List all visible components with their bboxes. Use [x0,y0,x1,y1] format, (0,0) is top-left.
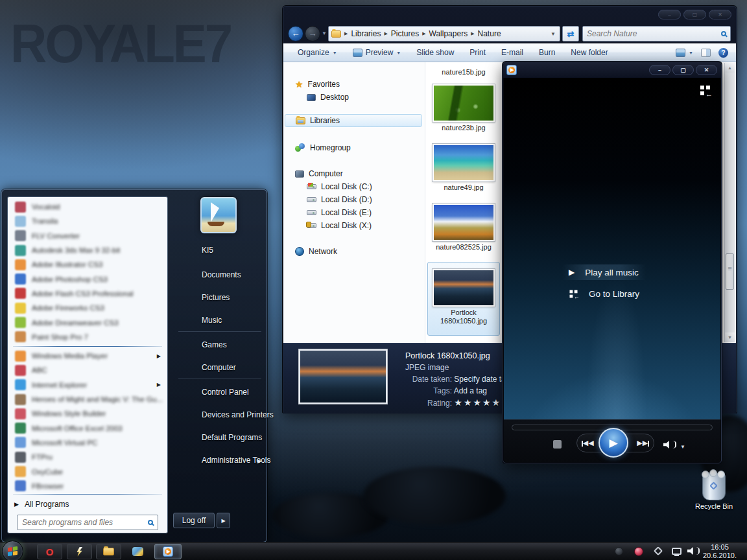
start-devices-printers[interactable]: Devices and Printers [202,410,274,422]
vertical-scrollbar[interactable]: ▲ ▼ [724,63,735,342]
log-off-options-button[interactable]: ▶ [217,513,230,528]
start-program-item[interactable]: Microsoft Office Excel 2003 [9,421,166,435]
tray-security-icon[interactable] [634,547,643,556]
minimize-button[interactable]: – [649,65,670,75]
scrollbar-thumb[interactable] [726,253,734,290]
nav-network[interactable]: Network [295,245,337,258]
close-button[interactable]: ✕ [696,65,717,75]
start-program-item[interactable]: Windows Media Player▶ [9,349,166,363]
start-program-item[interactable]: Adobe Flash CS3 Professional [9,286,166,301]
all-programs-button[interactable]: ▶ All Programs [14,497,69,511]
start-program-item[interactable]: Adobe Illustrator CS3 [9,257,166,272]
nav-favorites[interactable]: ★ Favorites [295,78,340,91]
stop-button[interactable] [553,440,562,449]
scroll-up-icon[interactable]: ▲ [725,63,735,73]
tray-hidden-icon[interactable] [615,547,623,555]
play-all-music-item[interactable]: ▶ Play all music [562,264,646,280]
start-program-item[interactable]: FLV Converter [9,229,166,243]
tags-value[interactable]: Add a tag [454,386,487,395]
print-button[interactable]: Print [469,48,486,57]
file-portlock-selected[interactable]: Portlock 1680x1050.jpg [427,262,500,336]
file-nature49[interactable]: nature49.jpg [427,144,500,192]
slide-show-button[interactable]: Slide show [416,48,454,57]
email-button[interactable]: E-mail [501,48,523,57]
start-search-input[interactable] [22,518,148,527]
start-program-item[interactable]: OxyCube [9,464,166,478]
start-program-item[interactable]: Adobe Dreamweaver CS3 [9,315,166,329]
start-program-item[interactable]: Adobe Fireworks CS3 [9,301,166,315]
start-program-item[interactable]: Heroes of Might and Magic V: The Gu... [9,392,166,406]
refresh-button[interactable]: ⇄ [562,26,579,41]
start-control-panel[interactable]: Control Panel [202,388,249,399]
date-taken-value[interactable]: Specify date ta [454,375,505,384]
nav-disk-d[interactable]: Local Disk (D:) [307,193,372,206]
start-pictures[interactable]: Pictures [202,293,230,305]
play-button[interactable]: ▶ [599,428,628,458]
new-folder-button[interactable]: New folder [571,48,608,57]
tray-network-icon[interactable] [672,548,682,555]
forward-button[interactable]: → [305,26,320,41]
next-button[interactable]: ▶▶ [637,439,649,447]
volume-dropdown-icon[interactable]: ▼ [680,444,685,450]
start-button[interactable] [2,541,23,560]
scroll-down-icon[interactable]: ▼ [725,332,735,342]
breadcrumb-nature[interactable]: Nature [478,29,501,38]
search-input[interactable] [587,29,721,38]
nav-desktop[interactable]: Desktop [307,91,349,104]
taskbar-wmp-button[interactable]: ▶ [154,544,182,559]
start-games[interactable]: Games [202,340,227,352]
burn-button[interactable]: Burn [539,48,555,57]
start-program-item[interactable]: Internet Explorer▶ [9,378,166,392]
nav-computer[interactable]: Computer [295,167,343,180]
organize-button[interactable]: Organize▼ [298,48,337,57]
views-button[interactable]: ▼ [676,49,693,57]
switch-to-library-icon[interactable]: ← [700,86,710,95]
volume-button[interactable] [663,441,676,449]
start-program-item[interactable]: Adobe Photoshop CS3 [9,272,166,286]
nav-libraries[interactable]: Libraries [285,114,422,127]
start-music[interactable]: Music [202,316,222,327]
tray-diamond-icon[interactable] [654,546,663,555]
nav-disk-e[interactable]: Local Disk (E:) [307,206,372,219]
nav-disk-c[interactable]: Local Disk (C:) [307,180,372,193]
start-program-item[interactable]: Transila [9,214,166,228]
start-program-item[interactable]: Windows Style Builder [9,406,166,421]
close-button[interactable]: ✕ [709,10,731,19]
previous-button[interactable]: ◀◀ [582,439,594,447]
taskbar-clock[interactable]: 16:05 20.6.2010. [696,543,743,560]
start-program-item[interactable]: Paint Shop Pro 7 [9,330,166,344]
preview-button[interactable]: Preview▼ [353,48,401,57]
breadcrumb-pictures[interactable]: Pictures [391,29,419,38]
start-search-box[interactable] [17,515,158,530]
recent-pages-chevron-icon[interactable]: ▼ [322,30,327,36]
search-box[interactable] [582,26,731,41]
log-off-button[interactable]: Log off [173,513,215,528]
user-avatar[interactable] [200,197,237,233]
minimize-button[interactable]: – [658,10,681,19]
recycle-bin[interactable]: Recycle Bin [693,473,735,510]
nav-disk-x[interactable]: Local Disk (X:) [307,219,372,232]
taskbar-winamp-button[interactable] [67,544,92,559]
file-nature23b[interactable]: nature23b.jpg [427,84,500,132]
taskbar-game-button[interactable] [125,544,150,559]
file-nature082525[interactable]: nature082525.jpg [427,204,500,251]
breadcrumb-libraries[interactable]: Libraries [351,29,381,38]
start-computer[interactable]: Computer [202,363,236,375]
taskbar-opera-button[interactable]: O [37,544,62,559]
nav-homegroup[interactable]: Homegroup [295,141,351,154]
start-program-item[interactable]: Vocaloid [9,200,166,214]
preview-pane-button[interactable] [701,49,711,57]
start-program-item[interactable]: FBrowser [9,479,166,493]
help-button[interactable]: ? [718,48,728,58]
start-program-item[interactable]: Autodesk 3ds Max 9 32-bit [9,243,166,257]
media-player-titlebar[interactable]: ▶ – ▢ ✕ [503,62,721,78]
file-nature15b[interactable]: nature15b.jpg [427,66,500,76]
user-name[interactable]: KI5 [202,246,213,257]
start-program-item[interactable]: Microsoft Virtual PC [9,436,166,450]
rating-stars[interactable]: ★★★★★ [454,397,501,408]
breadcrumb[interactable]: ▶ Libraries ▶ Pictures ▶ Wallpapers ▶ Na… [328,26,560,41]
back-button[interactable]: ← [288,26,303,41]
start-program-item[interactable]: ABC [9,363,166,377]
start-program-item[interactable]: FTPru [9,450,166,464]
maximize-button[interactable]: ▢ [672,65,694,75]
